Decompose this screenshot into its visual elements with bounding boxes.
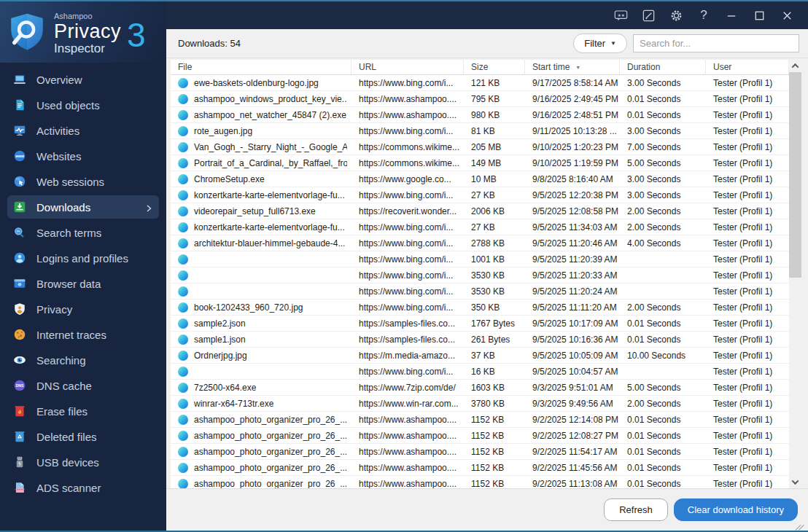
sidebar-item-internet-traces[interactable]: Internet traces (7, 323, 159, 346)
column-header-user[interactable]: User (706, 60, 789, 74)
cell-start: 9/2/2025 12:14:08 PM (525, 412, 620, 427)
vertical-scrollbar[interactable] (789, 60, 801, 488)
table-row[interactable]: ashampoo_photo_organizer_pro_26_...https… (171, 428, 789, 444)
column-header-duration[interactable]: Duration (620, 60, 706, 74)
sidebar-item-activities[interactable]: Activities (7, 119, 159, 142)
scroll-up-icon[interactable] (789, 60, 801, 72)
sidebar-item-erase-files[interactable]: Erase files (7, 399, 159, 423)
cell-file (171, 251, 351, 267)
cell-start: 9/2/2025 11:13:08 AM (525, 476, 620, 488)
table-row[interactable]: 7z2500-x64.exehttps://www.7zip.com/de/16… (171, 380, 789, 396)
table-row[interactable]: ashampoo_photo_organizer_pro_26_...https… (171, 412, 789, 428)
sidebar-item-browser-data[interactable]: Browser data (7, 272, 159, 295)
file-name: ashampoo_photo_organizer_pro_26_... (194, 479, 347, 489)
table-row[interactable]: konzertkarte-karte-elementvorlage-fu...h… (171, 187, 789, 203)
cell-user: Tester (Profil 1) (706, 364, 789, 379)
column-header-size[interactable]: Size (464, 60, 525, 74)
chevron-right-icon (144, 203, 153, 211)
cell-size: 149 MB (464, 155, 525, 171)
edge-browser-icon (178, 399, 188, 409)
sidebar-item-searching[interactable]: Searching (7, 348, 159, 372)
table-row[interactable]: Ordnerjpg.jpghttps://m.media-amazo...37 … (171, 348, 789, 364)
table-row[interactable]: https://www.bing.com/i...3530 KB9/5/2025… (171, 267, 789, 283)
column-header-file[interactable]: File (171, 60, 351, 74)
cell-user: Tester (Profil 1) (706, 316, 789, 331)
table-row[interactable]: sample1.jsonhttps://samples-files.co...2… (171, 332, 789, 348)
column-header-start-time[interactable]: Start time▼ (525, 60, 620, 74)
file-name: konzertkarte-karte-elementvorlage-fu... (194, 222, 345, 232)
scrollbar-thumb[interactable] (789, 72, 801, 278)
refresh-button[interactable]: Refresh (604, 498, 668, 521)
table-row[interactable]: rote_augen.jpghttps://www.bing.com/i...8… (171, 123, 789, 139)
notes-icon[interactable] (634, 4, 662, 26)
table-row[interactable]: https://www.bing.com/i...16 KB9/5/2025 1… (171, 364, 789, 380)
table-row[interactable]: Portrait_of_a_Cardinal,_by_Raffael,_fro.… (171, 155, 789, 171)
table-row[interactable]: ashampoo_windows_product_key_vie...https… (171, 91, 789, 107)
sidebar-item-label: DNS cache (36, 380, 92, 392)
edge-browser-icon (178, 238, 188, 249)
cell-url: https://m.media-amazo... (351, 348, 464, 363)
table-row[interactable]: ashampoo_photo_organizer_pro_26_...https… (171, 444, 789, 460)
table-row[interactable]: konzertkarte-karte-elementvorlage-fu...h… (171, 219, 789, 235)
feedback-icon[interactable]: ★★ (607, 4, 634, 26)
filter-button[interactable]: Filter ▼ (573, 34, 627, 53)
table-row[interactable]: winrar-x64-713tr.exehttps://www.win-rar.… (171, 396, 789, 412)
cell-duration: 2.00 Seconds (620, 203, 706, 219)
cell-start: 9/2/2025 11:54:17 AM (525, 444, 620, 459)
table-row[interactable]: book-1202433_960_720.jpghttps://www.bing… (171, 300, 789, 316)
table-row[interactable]: ashampoo_photo_organizer_pro_26_...https… (171, 460, 789, 476)
websites-icon: www (13, 149, 26, 163)
sidebar-item-web-sessions[interactable]: Web sessions (7, 170, 159, 193)
file-name: rote_augen.jpg (194, 126, 252, 136)
cell-user: Tester (Profil 1) (706, 171, 789, 187)
sort-desc-icon: ▼ (575, 65, 580, 70)
table-row[interactable]: videorepair_setup_full6713.exehttps://re… (171, 203, 789, 219)
help-button[interactable]: ? (690, 4, 718, 26)
search-input[interactable] (633, 34, 799, 52)
table-row[interactable]: architektur-blauer-himmel-gebaude-4...ht… (171, 235, 789, 251)
edge-browser-icon (178, 447, 188, 457)
sidebar-item-used-objects[interactable]: Used objects (7, 93, 159, 117)
file-name: ashampoo_net_watcher_45847 (2).exe (194, 110, 346, 120)
sidebar-item-privacy[interactable]: Privacy (7, 297, 159, 321)
sidebar-item-dns-cache[interactable]: DNSDNS cache (7, 374, 159, 397)
cell-start: 9/5/2025 11:20:24 AM (525, 283, 620, 299)
table-row[interactable]: https://www.bing.com/i...3530 KB9/5/2025… (171, 283, 789, 300)
sidebar-item-ads-scanner[interactable]: ADS scanner (7, 476, 159, 499)
edge-browser-icon (178, 286, 188, 297)
sidebar-item-downloads[interactable]: Downloads (7, 195, 159, 219)
sidebar-item-deleted-files[interactable]: Deleted files (7, 425, 159, 448)
dns-icon: DNS (13, 379, 26, 392)
sidebar-item-overview[interactable]: Overview (7, 68, 159, 91)
sidebar-item-logins-and-profiles[interactable]: Logins and profiles (7, 246, 159, 270)
sidebar-item-search-terms[interactable]: Search terms (7, 221, 159, 244)
sidebar-item-websites[interactable]: wwwWebsites (7, 144, 159, 168)
table-row[interactable]: sample2.jsonhttps://samples-files.co...1… (171, 316, 789, 332)
privacy-shield-icon (13, 302, 26, 316)
maximize-button[interactable] (745, 4, 773, 26)
file-name: Van_Gogh_-_Starry_Night_-_Google_A... (194, 142, 347, 152)
eye-icon (13, 353, 26, 367)
minimize-button[interactable] (718, 4, 745, 26)
table-row[interactable]: ashampoo_photo_organizer_pro_26_...https… (171, 476, 789, 488)
clear-download-history-button[interactable]: Clear download history (674, 498, 798, 521)
cell-size: 2788 KB (464, 235, 525, 251)
table-row[interactable]: ewe-baskets-oldenburg-logo.jpghttps://ww… (171, 75, 789, 91)
close-button[interactable] (773, 4, 801, 26)
scroll-down-icon[interactable] (789, 476, 801, 488)
table-row[interactable]: ashampoo_net_watcher_45847 (2).exehttps:… (171, 107, 789, 123)
column-header-url[interactable]: URL (351, 60, 464, 74)
cell-size: 261 Bytes (464, 332, 525, 347)
sidebar-item-usb-devices[interactable]: USB devices (7, 450, 159, 474)
resize-grip[interactable] (799, 521, 807, 528)
settings-gear-icon[interactable] (662, 4, 690, 26)
cell-user: Tester (Profil 1) (706, 219, 789, 235)
cell-file: book-1202433_960_720.jpg (171, 300, 351, 315)
table-row[interactable]: https://www.bing.com/i...1001 KB9/5/2025… (171, 251, 789, 267)
cell-duration: 0.01 Seconds (620, 91, 706, 106)
table-row[interactable]: ChromeSetup.exehttps://www.google.co...1… (171, 171, 789, 187)
edge-browser-icon (178, 126, 188, 136)
table-row[interactable]: Van_Gogh_-_Starry_Night_-_Google_A...htt… (171, 139, 789, 155)
cell-file: ashampoo_net_watcher_45847 (2).exe (171, 107, 351, 122)
cell-user: Tester (Profil 1) (706, 139, 789, 154)
